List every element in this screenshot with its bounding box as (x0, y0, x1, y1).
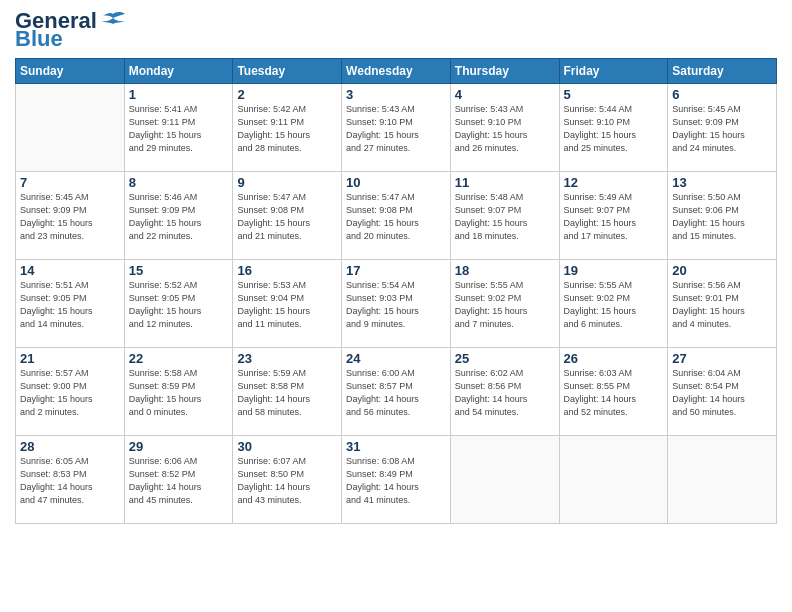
day-number: 9 (237, 175, 337, 190)
calendar-header-row: Sunday Monday Tuesday Wednesday Thursday… (16, 59, 777, 84)
calendar-cell: 26Sunrise: 6:03 AM Sunset: 8:55 PM Dayli… (559, 348, 668, 436)
day-info: Sunrise: 5:46 AM Sunset: 9:09 PM Dayligh… (129, 191, 229, 243)
calendar-cell (668, 436, 777, 524)
logo-text: General Blue (15, 10, 127, 50)
day-number: 17 (346, 263, 446, 278)
calendar-week-row: 28Sunrise: 6:05 AM Sunset: 8:53 PM Dayli… (16, 436, 777, 524)
day-info: Sunrise: 5:51 AM Sunset: 9:05 PM Dayligh… (20, 279, 120, 331)
day-info: Sunrise: 5:45 AM Sunset: 9:09 PM Dayligh… (20, 191, 120, 243)
calendar-cell: 4Sunrise: 5:43 AM Sunset: 9:10 PM Daylig… (450, 84, 559, 172)
calendar-cell: 29Sunrise: 6:06 AM Sunset: 8:52 PM Dayli… (124, 436, 233, 524)
day-info: Sunrise: 5:49 AM Sunset: 9:07 PM Dayligh… (564, 191, 664, 243)
calendar-cell: 27Sunrise: 6:04 AM Sunset: 8:54 PM Dayli… (668, 348, 777, 436)
calendar-cell (16, 84, 125, 172)
day-number: 24 (346, 351, 446, 366)
day-number: 10 (346, 175, 446, 190)
day-info: Sunrise: 6:05 AM Sunset: 8:53 PM Dayligh… (20, 455, 120, 507)
calendar-cell: 13Sunrise: 5:50 AM Sunset: 9:06 PM Dayli… (668, 172, 777, 260)
day-number: 2 (237, 87, 337, 102)
calendar-cell: 31Sunrise: 6:08 AM Sunset: 8:49 PM Dayli… (342, 436, 451, 524)
calendar-cell: 8Sunrise: 5:46 AM Sunset: 9:09 PM Daylig… (124, 172, 233, 260)
calendar-cell: 11Sunrise: 5:48 AM Sunset: 9:07 PM Dayli… (450, 172, 559, 260)
calendar-cell: 22Sunrise: 5:58 AM Sunset: 8:59 PM Dayli… (124, 348, 233, 436)
calendar-cell: 6Sunrise: 5:45 AM Sunset: 9:09 PM Daylig… (668, 84, 777, 172)
calendar-cell: 28Sunrise: 6:05 AM Sunset: 8:53 PM Dayli… (16, 436, 125, 524)
day-number: 3 (346, 87, 446, 102)
calendar-cell: 25Sunrise: 6:02 AM Sunset: 8:56 PM Dayli… (450, 348, 559, 436)
calendar-week-row: 1Sunrise: 5:41 AM Sunset: 9:11 PM Daylig… (16, 84, 777, 172)
day-info: Sunrise: 5:41 AM Sunset: 9:11 PM Dayligh… (129, 103, 229, 155)
day-info: Sunrise: 5:42 AM Sunset: 9:11 PM Dayligh… (237, 103, 337, 155)
day-number: 16 (237, 263, 337, 278)
calendar-cell: 10Sunrise: 5:47 AM Sunset: 9:08 PM Dayli… (342, 172, 451, 260)
day-number: 6 (672, 87, 772, 102)
day-info: Sunrise: 6:00 AM Sunset: 8:57 PM Dayligh… (346, 367, 446, 419)
day-number: 21 (20, 351, 120, 366)
calendar-cell: 3Sunrise: 5:43 AM Sunset: 9:10 PM Daylig… (342, 84, 451, 172)
day-number: 25 (455, 351, 555, 366)
day-number: 22 (129, 351, 229, 366)
day-info: Sunrise: 6:04 AM Sunset: 8:54 PM Dayligh… (672, 367, 772, 419)
calendar-cell (559, 436, 668, 524)
day-number: 1 (129, 87, 229, 102)
day-info: Sunrise: 5:54 AM Sunset: 9:03 PM Dayligh… (346, 279, 446, 331)
day-info: Sunrise: 6:02 AM Sunset: 8:56 PM Dayligh… (455, 367, 555, 419)
calendar-cell: 24Sunrise: 6:00 AM Sunset: 8:57 PM Dayli… (342, 348, 451, 436)
col-monday: Monday (124, 59, 233, 84)
day-info: Sunrise: 6:07 AM Sunset: 8:50 PM Dayligh… (237, 455, 337, 507)
calendar-cell (450, 436, 559, 524)
day-info: Sunrise: 5:55 AM Sunset: 9:02 PM Dayligh… (564, 279, 664, 331)
day-number: 12 (564, 175, 664, 190)
day-number: 20 (672, 263, 772, 278)
day-number: 18 (455, 263, 555, 278)
calendar-cell: 17Sunrise: 5:54 AM Sunset: 9:03 PM Dayli… (342, 260, 451, 348)
calendar-cell: 7Sunrise: 5:45 AM Sunset: 9:09 PM Daylig… (16, 172, 125, 260)
calendar-cell: 21Sunrise: 5:57 AM Sunset: 9:00 PM Dayli… (16, 348, 125, 436)
page-container: General Blue Sunday Monday Tuesday (0, 0, 792, 534)
day-number: 31 (346, 439, 446, 454)
day-number: 23 (237, 351, 337, 366)
day-number: 27 (672, 351, 772, 366)
calendar-cell: 5Sunrise: 5:44 AM Sunset: 9:10 PM Daylig… (559, 84, 668, 172)
calendar-cell: 30Sunrise: 6:07 AM Sunset: 8:50 PM Dayli… (233, 436, 342, 524)
day-info: Sunrise: 5:50 AM Sunset: 9:06 PM Dayligh… (672, 191, 772, 243)
day-number: 19 (564, 263, 664, 278)
col-wednesday: Wednesday (342, 59, 451, 84)
day-info: Sunrise: 5:56 AM Sunset: 9:01 PM Dayligh… (672, 279, 772, 331)
day-number: 26 (564, 351, 664, 366)
day-info: Sunrise: 5:47 AM Sunset: 9:08 PM Dayligh… (237, 191, 337, 243)
day-info: Sunrise: 5:58 AM Sunset: 8:59 PM Dayligh… (129, 367, 229, 419)
calendar-week-row: 21Sunrise: 5:57 AM Sunset: 9:00 PM Dayli… (16, 348, 777, 436)
day-info: Sunrise: 5:43 AM Sunset: 9:10 PM Dayligh… (455, 103, 555, 155)
day-info: Sunrise: 6:03 AM Sunset: 8:55 PM Dayligh… (564, 367, 664, 419)
day-number: 11 (455, 175, 555, 190)
day-info: Sunrise: 5:59 AM Sunset: 8:58 PM Dayligh… (237, 367, 337, 419)
day-info: Sunrise: 6:06 AM Sunset: 8:52 PM Dayligh… (129, 455, 229, 507)
calendar-cell: 16Sunrise: 5:53 AM Sunset: 9:04 PM Dayli… (233, 260, 342, 348)
logo: General Blue (15, 10, 127, 50)
calendar-cell: 20Sunrise: 5:56 AM Sunset: 9:01 PM Dayli… (668, 260, 777, 348)
calendar-table: Sunday Monday Tuesday Wednesday Thursday… (15, 58, 777, 524)
day-number: 14 (20, 263, 120, 278)
day-info: Sunrise: 5:43 AM Sunset: 9:10 PM Dayligh… (346, 103, 446, 155)
calendar-cell: 12Sunrise: 5:49 AM Sunset: 9:07 PM Dayli… (559, 172, 668, 260)
calendar-cell: 2Sunrise: 5:42 AM Sunset: 9:11 PM Daylig… (233, 84, 342, 172)
calendar-cell: 1Sunrise: 5:41 AM Sunset: 9:11 PM Daylig… (124, 84, 233, 172)
calendar-week-row: 14Sunrise: 5:51 AM Sunset: 9:05 PM Dayli… (16, 260, 777, 348)
logo-bird-icon (99, 10, 127, 32)
calendar-cell: 23Sunrise: 5:59 AM Sunset: 8:58 PM Dayli… (233, 348, 342, 436)
day-info: Sunrise: 5:47 AM Sunset: 9:08 PM Dayligh… (346, 191, 446, 243)
calendar-cell: 9Sunrise: 5:47 AM Sunset: 9:08 PM Daylig… (233, 172, 342, 260)
day-info: Sunrise: 5:53 AM Sunset: 9:04 PM Dayligh… (237, 279, 337, 331)
day-info: Sunrise: 5:57 AM Sunset: 9:00 PM Dayligh… (20, 367, 120, 419)
day-info: Sunrise: 5:44 AM Sunset: 9:10 PM Dayligh… (564, 103, 664, 155)
calendar-cell: 15Sunrise: 5:52 AM Sunset: 9:05 PM Dayli… (124, 260, 233, 348)
day-number: 28 (20, 439, 120, 454)
day-number: 15 (129, 263, 229, 278)
day-number: 4 (455, 87, 555, 102)
header: General Blue (15, 10, 777, 50)
day-info: Sunrise: 5:52 AM Sunset: 9:05 PM Dayligh… (129, 279, 229, 331)
day-info: Sunrise: 5:45 AM Sunset: 9:09 PM Dayligh… (672, 103, 772, 155)
day-number: 5 (564, 87, 664, 102)
col-tuesday: Tuesday (233, 59, 342, 84)
